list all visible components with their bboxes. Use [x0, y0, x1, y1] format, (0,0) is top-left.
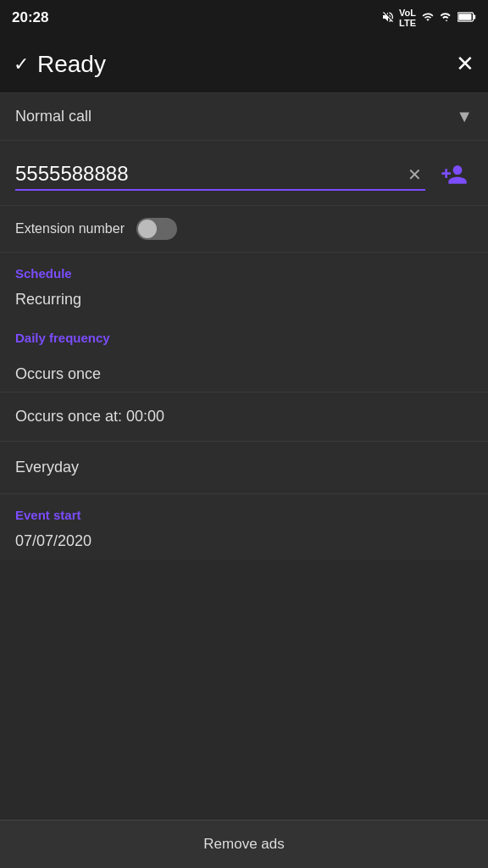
vol-icon: VoLLTE [399, 8, 416, 28]
page-title: Ready [37, 51, 106, 78]
occurs-once-label: Occurs once [15, 360, 101, 387]
daily-frequency-section: Daily frequency [0, 320, 488, 357]
remove-ads-bar[interactable]: Remove ads [0, 820, 488, 868]
event-start-section: Event start 07/07/2020 [0, 494, 488, 560]
phone-section: ✕ [0, 141, 488, 206]
schedule-value[interactable]: Recurring [15, 286, 473, 314]
schedule-section: Schedule Recurring [0, 253, 488, 320]
svg-rect-1 [474, 14, 475, 19]
everyday-text: Everyday [15, 459, 79, 476]
occurs-once-section[interactable]: Occurs once [0, 357, 488, 392]
mute-icon [381, 10, 395, 26]
status-icons: VoLLTE [381, 8, 476, 28]
event-start-title: Event start [15, 508, 473, 522]
occurs-once-at-text: Occurs once at: 00:00 [15, 408, 164, 425]
event-start-date[interactable]: 07/07/2020 [15, 527, 473, 555]
status-time: 20:28 [12, 9, 48, 26]
battery-icon [458, 12, 476, 25]
check-icon: ✓ [14, 53, 29, 75]
toggle-slider [136, 218, 177, 240]
schedule-title: Schedule [15, 266, 473, 281]
phone-input[interactable] [15, 159, 425, 191]
extension-label: Extension number [15, 221, 125, 236]
signal-icon [440, 10, 453, 26]
wifi-icon [420, 11, 435, 25]
close-button[interactable]: ✕ [456, 51, 474, 77]
call-type-label: Normal call [15, 108, 92, 125]
top-bar-left: ✓ Ready [14, 51, 106, 78]
daily-frequency-title: Daily frequency [15, 331, 473, 345]
remove-ads-label: Remove ads [203, 836, 284, 852]
top-bar: ✓ Ready ✕ [0, 36, 488, 93]
extension-section: Extension number [0, 206, 488, 253]
everyday-section[interactable]: Everyday [0, 442, 488, 494]
clear-input-button[interactable]: ✕ [408, 164, 422, 185]
extension-toggle[interactable] [136, 218, 177, 240]
status-bar: 20:28 VoLLTE [0, 0, 488, 36]
add-contact-button[interactable] [435, 156, 473, 193]
dropdown-arrow-icon: ▼ [456, 107, 473, 126]
svg-rect-2 [458, 14, 471, 20]
call-type-dropdown[interactable]: Normal call ▼ [0, 93, 488, 141]
occurs-once-at-section[interactable]: Occurs once at: 00:00 [0, 392, 488, 442]
phone-input-wrapper: ✕ [15, 159, 425, 191]
